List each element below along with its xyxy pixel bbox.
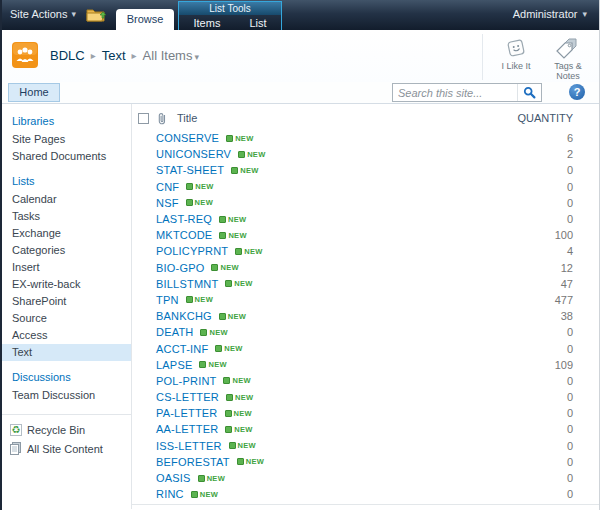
quantity-value: 0 (567, 343, 573, 355)
sidebar-item-sharepoint[interactable]: SharePoint (2, 293, 131, 310)
item-title-link[interactable]: POLICYPRNT (156, 245, 228, 257)
navigate-up-folder-icon[interactable] (86, 7, 106, 23)
item-title-link[interactable]: NSF (156, 197, 179, 209)
all-site-content-link[interactable]: All Site Content (2, 439, 131, 458)
breadcrumb-site-link[interactable]: BDLC (50, 48, 85, 63)
item-title-link[interactable]: BEFORESTAT (156, 456, 230, 468)
item-title-link[interactable]: UNICONSERV (156, 148, 231, 160)
sidebar-item-tasks[interactable]: Tasks (2, 208, 131, 225)
new-icon (200, 329, 207, 336)
quantity-value: 0 (567, 472, 573, 484)
new-badge: NEW (235, 247, 262, 256)
user-menu[interactable]: Administrator ▾ (513, 8, 587, 20)
column-header-title[interactable]: Title (177, 112, 197, 124)
item-title-link[interactable]: LAST-REQ (156, 213, 212, 225)
sidebar-item-shared-documents[interactable]: Shared Documents (2, 148, 131, 165)
list-row: BILLSTMNTNEW47 (132, 276, 599, 292)
item-title-link[interactable]: DEATH (156, 326, 193, 338)
new-badge: NEW (223, 376, 250, 385)
quantity-value: 0 (567, 440, 573, 452)
item-title-link[interactable]: BANKCHG (156, 310, 212, 322)
tab-list[interactable]: List (243, 17, 272, 29)
tags-notes-label: Tags & Notes (554, 61, 582, 81)
new-badge-label: NEW (238, 441, 256, 450)
sidebar-section-libraries[interactable]: Libraries (2, 111, 131, 131)
sidebar-item-exchange[interactable]: Exchange (2, 225, 131, 242)
quantity-value: 2 (567, 148, 573, 160)
sidebar-section-lists[interactable]: Lists (2, 171, 131, 191)
new-badge: NEW (186, 198, 213, 207)
tab-browse[interactable]: Browse (116, 9, 174, 30)
new-icon (223, 377, 230, 384)
new-badge-label: NEW (240, 166, 258, 175)
tab-items[interactable]: Items (187, 17, 226, 29)
attachment-column-icon[interactable] (157, 112, 167, 125)
new-badge: NEW (229, 441, 256, 450)
help-button[interactable]: ? (569, 84, 585, 100)
item-title-link[interactable]: BILLSTMNT (156, 278, 218, 290)
breadcrumb-separator-icon: ▸ (132, 50, 137, 61)
new-icon (219, 232, 226, 239)
recycle-bin-link[interactable]: ♻ Recycle Bin (2, 421, 131, 439)
new-badge-label: NEW (208, 360, 226, 369)
list-row: ISS-LETTERNEW0 (132, 438, 599, 454)
item-title-link[interactable]: CONSERVE (156, 132, 219, 144)
all-site-content-label: All Site Content (27, 443, 103, 455)
search-input[interactable] (393, 84, 517, 101)
sharepoint-page: Site Actions ▾ Browse List Tools Items L… (0, 0, 600, 510)
quantity-value: 47 (561, 278, 573, 290)
i-like-it-button[interactable]: I Like It (493, 34, 539, 71)
select-all-checkbox[interactable] (138, 113, 149, 124)
sidebar-item-access[interactable]: Access (2, 327, 131, 344)
new-icon (231, 167, 238, 174)
site-actions-label: Site Actions (10, 8, 67, 20)
sidebar-divider (2, 414, 131, 415)
site-actions-menu[interactable]: Site Actions ▾ (10, 8, 76, 20)
item-title-link[interactable]: LAPSE (156, 359, 192, 371)
sidebar-item-insert[interactable]: Insert (2, 259, 131, 276)
sidebar-item-calendar[interactable]: Calendar (2, 191, 131, 208)
item-title-link[interactable]: MKTCODE (156, 229, 212, 241)
sidebar-item-team-discussion[interactable]: Team Discussion (2, 387, 131, 404)
list-row: CS-LETTERNEW0 (132, 389, 599, 405)
sidebar-item-site-pages[interactable]: Site Pages (2, 131, 131, 148)
new-badge-label: NEW (195, 198, 213, 207)
new-icon (226, 394, 233, 401)
quantity-value: 0 (567, 407, 573, 419)
item-title-link[interactable]: BIO-GPO (156, 262, 204, 274)
quantity-value: 6 (567, 132, 573, 144)
sidebar-item-ex-write-back[interactable]: EX-write-back (2, 276, 131, 293)
item-title-link[interactable]: AA-LETTER (156, 423, 218, 435)
list-row: RINCNEW0 (132, 486, 599, 502)
list-row: PA-LETTERNEW0 (132, 405, 599, 421)
item-title-link[interactable]: STAT-SHEET (156, 164, 224, 176)
item-title-link[interactable]: PA-LETTER (156, 407, 218, 419)
view-selector[interactable]: All Items▾ (143, 48, 199, 63)
tags-notes-button[interactable]: Tags & Notes (545, 34, 591, 81)
item-title-link[interactable]: OASIS (156, 472, 191, 484)
sidebar-item-text[interactable]: Text (2, 344, 131, 361)
item-title-link[interactable]: TPN (156, 294, 179, 306)
column-header-quantity[interactable]: QUANTITY (517, 112, 573, 124)
new-badge-label: NEW (209, 328, 227, 337)
search-button[interactable] (517, 84, 541, 101)
quantity-value: 0 (567, 456, 573, 468)
new-icon (198, 475, 205, 482)
item-title-link[interactable]: RINC (156, 488, 184, 500)
list-row: LAST-REQNEW0 (132, 211, 599, 227)
i-like-it-label: I Like It (501, 61, 530, 71)
sidebar-item-categories[interactable]: Categories (2, 242, 131, 259)
sidebar-item-source[interactable]: Source (2, 310, 131, 327)
sidebar-section-discussions[interactable]: Discussions (2, 367, 131, 387)
quantity-value: 109 (555, 359, 573, 371)
item-title-link[interactable]: POL-PRINT (156, 375, 216, 387)
breadcrumb-list-link[interactable]: Text (102, 48, 126, 63)
new-icon (199, 361, 206, 368)
new-badge: NEW (231, 166, 258, 175)
item-title-link[interactable]: ISS-LETTER (156, 440, 222, 452)
item-title-link[interactable]: CS-LETTER (156, 391, 219, 403)
item-title-link[interactable]: CNF (156, 181, 179, 193)
new-badge: NEW (186, 182, 213, 191)
item-title-link[interactable]: ACCT-INF (156, 343, 208, 355)
tab-home[interactable]: Home (8, 83, 60, 102)
